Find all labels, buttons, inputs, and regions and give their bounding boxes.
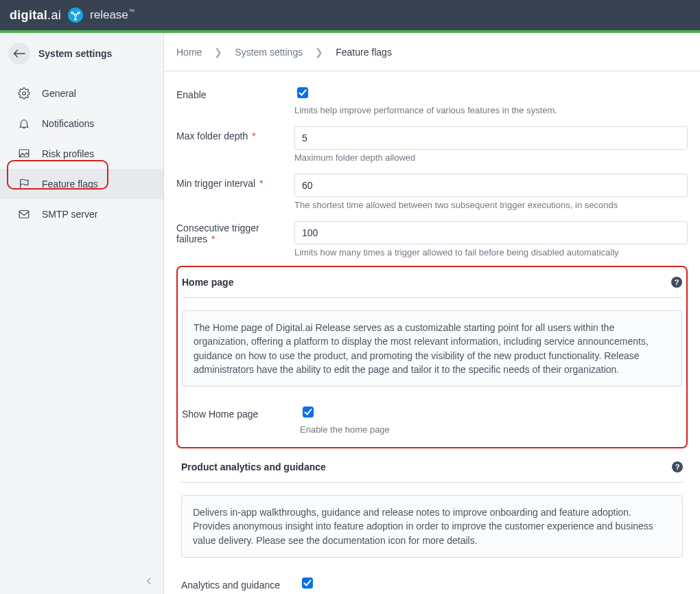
analytics-description: Delivers in-app walkthroughs, guidance a… bbox=[181, 495, 683, 558]
sidebar-item-label: Notifications bbox=[42, 118, 94, 129]
help-icon[interactable]: ? bbox=[671, 277, 682, 288]
min-trigger-label: Min trigger interval * bbox=[176, 174, 294, 189]
breadcrumb: Home ❯ System settings ❯ Feature flags bbox=[164, 33, 700, 71]
sidebar-item-label: Feature flags bbox=[42, 179, 98, 190]
show-homepage-hint: Enable the home page bbox=[300, 424, 682, 435]
arrow-left-icon bbox=[12, 49, 26, 58]
bell-icon bbox=[17, 117, 31, 130]
max-depth-label: Max folder depth * bbox=[176, 126, 294, 141]
main-panel: Home ❯ System settings ❯ Feature flags E… bbox=[164, 33, 700, 594]
svg-rect-9 bbox=[19, 211, 29, 218]
collapse-sidebar-button[interactable] bbox=[144, 576, 154, 589]
home-page-title: Home page bbox=[182, 277, 233, 288]
max-depth-hint: Maximum folder depth allowed bbox=[294, 152, 688, 163]
mail-icon bbox=[17, 207, 31, 221]
top-header: digital.ai release™ bbox=[0, 0, 700, 30]
hub-icon bbox=[68, 8, 83, 23]
sidebar-item-label: Risk profiles bbox=[42, 148, 94, 159]
show-homepage-checkbox[interactable] bbox=[303, 407, 314, 418]
product-name: release™ bbox=[90, 8, 135, 22]
home-page-section: Home page ? The Home page of Digital.ai … bbox=[176, 266, 688, 448]
sidebar-item-label: SMTP server bbox=[42, 209, 97, 220]
sidebar-title: System settings bbox=[38, 48, 112, 59]
breadcrumb-system-settings[interactable]: System settings bbox=[235, 47, 303, 58]
back-button[interactable] bbox=[8, 43, 30, 65]
brand-wordmark: digital.ai bbox=[10, 8, 61, 23]
sidebar-item-notifications[interactable]: Notifications bbox=[0, 108, 163, 139]
analytics-title: Product analytics and guidance bbox=[181, 461, 326, 472]
svg-line-5 bbox=[76, 14, 78, 15]
enable-limits-hint: Limits help improve performance of vario… bbox=[294, 105, 688, 115]
consec-hint: Limits how many times a trigger allowed … bbox=[294, 247, 688, 258]
sidebar-item-risk-profiles[interactable]: Risk profiles bbox=[0, 139, 163, 169]
consec-label: Consecutive trigger failures * bbox=[176, 221, 294, 244]
risk-icon bbox=[17, 147, 31, 161]
enable-limits-checkbox[interactable] bbox=[297, 87, 308, 98]
consec-input[interactable] bbox=[294, 221, 688, 244]
breadcrumb-home[interactable]: Home bbox=[176, 47, 202, 58]
analytics-enable-checkbox[interactable] bbox=[302, 578, 313, 589]
analytics-enable-label: Analytics and guidance bbox=[181, 575, 299, 591]
sidebar-item-label: General bbox=[42, 88, 76, 99]
svg-point-7 bbox=[23, 92, 26, 95]
sidebar: System settings General Notifications Ri… bbox=[0, 33, 164, 594]
analytics-section: Product analytics and guidance ? Deliver… bbox=[176, 453, 688, 594]
min-trigger-hint: The shortest time allowed between two su… bbox=[294, 200, 688, 210]
home-page-description: The Home page of Digital.ai Release serv… bbox=[182, 310, 682, 387]
flag-icon bbox=[17, 177, 31, 191]
sidebar-item-general[interactable]: General bbox=[0, 78, 163, 108]
sidebar-item-smtp-server[interactable]: SMTP server bbox=[0, 199, 163, 229]
breadcrumb-current: Feature flags bbox=[336, 47, 392, 58]
chevron-right-icon: ❯ bbox=[315, 47, 323, 58]
svg-line-4 bbox=[73, 14, 74, 15]
min-trigger-input[interactable] bbox=[294, 174, 688, 197]
show-homepage-label: Show Home page bbox=[182, 404, 300, 420]
gear-icon bbox=[17, 87, 31, 100]
max-depth-input[interactable] bbox=[294, 126, 688, 150]
sidebar-item-feature-flags[interactable]: Feature flags bbox=[0, 169, 163, 199]
help-icon[interactable]: ? bbox=[672, 461, 683, 472]
chevron-right-icon: ❯ bbox=[214, 47, 222, 58]
enable-label: Enable bbox=[176, 85, 294, 100]
